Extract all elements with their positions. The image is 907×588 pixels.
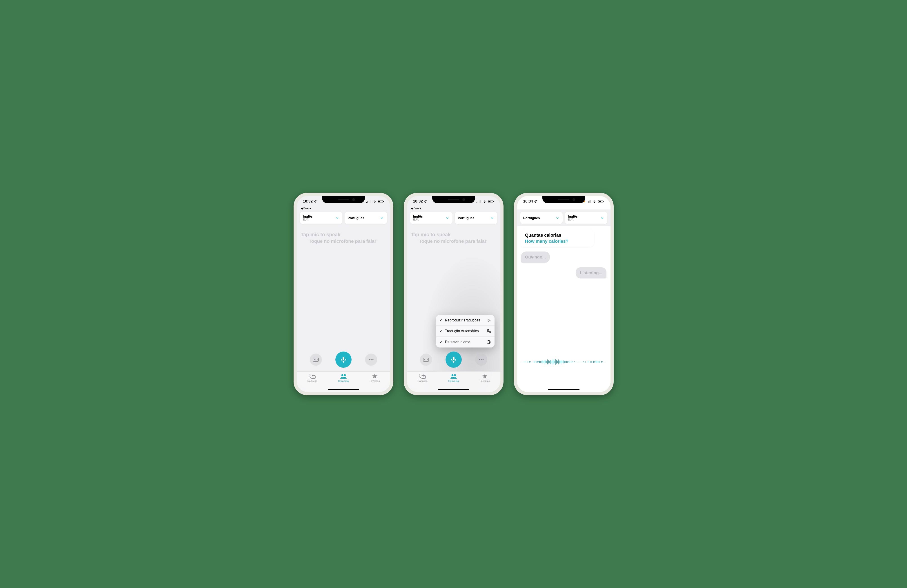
battery-icon bbox=[378, 200, 384, 203]
chevron-down-icon bbox=[335, 216, 339, 220]
tab-conversation[interactable]: Conversa bbox=[338, 373, 349, 382]
svg-rect-19 bbox=[476, 202, 477, 203]
source-language-name: Português bbox=[523, 216, 540, 220]
microphone-button[interactable] bbox=[445, 351, 462, 368]
tab-bar: A文 Tradução Conversa Favoritas bbox=[407, 371, 500, 392]
cellular-icon bbox=[587, 200, 591, 203]
globe-icon bbox=[486, 340, 491, 344]
microphone-button[interactable] bbox=[335, 351, 352, 368]
menu-item-detect-language[interactable]: ✓Detectar Idioma bbox=[436, 337, 495, 348]
back-to-search[interactable]: ◀ Busca bbox=[297, 207, 390, 210]
tab-label: Conversa bbox=[338, 380, 349, 382]
tab-favorites[interactable]: Favoritas bbox=[370, 373, 380, 382]
target-language-name: Português bbox=[458, 216, 474, 220]
status-time: 10:34 bbox=[523, 199, 533, 203]
microphone-icon bbox=[450, 356, 457, 363]
svg-point-38 bbox=[479, 359, 480, 360]
location-icon bbox=[424, 200, 427, 203]
svg-marker-26 bbox=[488, 319, 490, 322]
chevron-down-icon bbox=[380, 216, 384, 220]
hint-portuguese: Toque no microfone para falar bbox=[411, 239, 496, 244]
battery-icon bbox=[598, 200, 604, 203]
svg-rect-24 bbox=[489, 201, 490, 202]
iphone-frame: 10:32 ◀ Busca Inglês EUA Português bbox=[293, 193, 393, 395]
svg-point-9 bbox=[314, 359, 315, 360]
svg-point-10 bbox=[317, 359, 317, 360]
svg-point-14 bbox=[372, 359, 373, 360]
tab-conversation[interactable]: Conversa bbox=[448, 373, 459, 382]
side-by-side-button[interactable] bbox=[310, 354, 322, 366]
menu-item-play-translations[interactable]: ✓Reproduzir Traduções bbox=[436, 315, 495, 326]
svg-rect-45 bbox=[587, 202, 587, 203]
source-language-button[interactable]: Inglês EUA bbox=[300, 212, 342, 224]
target-language-button[interactable]: Inglês EUA bbox=[565, 212, 607, 224]
svg-rect-22 bbox=[480, 200, 481, 203]
source-text: Quantas calorias bbox=[525, 232, 591, 238]
target-language-button[interactable]: Português bbox=[455, 212, 497, 224]
tab-favorites[interactable]: Favoritas bbox=[480, 373, 490, 382]
controls-row bbox=[297, 351, 390, 368]
controls-row bbox=[407, 351, 500, 368]
home-indicator[interactable] bbox=[548, 389, 580, 390]
source-language-name: Inglês bbox=[303, 215, 312, 218]
svg-rect-6 bbox=[383, 201, 384, 202]
options-menu: ✓Reproduzir Traduções ✓Tradução Automáti… bbox=[436, 315, 495, 348]
location-icon bbox=[314, 200, 317, 203]
wifi-icon bbox=[482, 200, 486, 203]
translate-icon: A文 bbox=[419, 373, 426, 379]
source-language-button[interactable]: Português bbox=[520, 212, 562, 224]
source-language-sub: EUA bbox=[413, 218, 423, 221]
svg-point-17 bbox=[341, 374, 343, 376]
svg-rect-0 bbox=[366, 202, 367, 203]
more-button[interactable] bbox=[365, 354, 377, 366]
tab-label: Tradução bbox=[307, 380, 317, 382]
svg-point-12 bbox=[369, 359, 370, 360]
tab-translate[interactable]: A文 Tradução bbox=[417, 373, 428, 382]
home-indicator[interactable] bbox=[328, 389, 359, 390]
chevron-down-icon bbox=[555, 216, 559, 220]
svg-rect-20 bbox=[478, 201, 478, 203]
tab-label: Favoritas bbox=[370, 380, 380, 382]
menu-label: Detectar Idioma bbox=[445, 340, 471, 344]
battery-icon bbox=[488, 200, 494, 203]
side-by-side-button[interactable] bbox=[420, 354, 432, 366]
back-to-search[interactable]: ◀ Busca bbox=[407, 207, 500, 210]
translation-bubble[interactable]: Quantas calorias How many calories? bbox=[521, 229, 595, 247]
language-selector-row: Inglês EUA Português bbox=[407, 210, 500, 227]
more-button[interactable] bbox=[475, 354, 487, 366]
cellular-icon bbox=[476, 200, 481, 203]
home-indicator[interactable] bbox=[438, 389, 470, 390]
split-view-icon bbox=[423, 357, 429, 362]
source-language-button[interactable]: Inglês EUA bbox=[410, 212, 452, 224]
check-icon: ✓ bbox=[440, 329, 443, 333]
status-time: 10:32 bbox=[303, 199, 312, 203]
target-language-name: Português bbox=[348, 216, 364, 220]
notch bbox=[432, 196, 475, 203]
svg-point-43 bbox=[451, 374, 454, 376]
source-language-name: Inglês bbox=[413, 215, 423, 218]
translated-text: How many calories? bbox=[525, 239, 591, 244]
svg-rect-50 bbox=[599, 201, 601, 202]
wifi-icon bbox=[593, 200, 596, 203]
check-icon: ✓ bbox=[440, 318, 443, 322]
cellular-icon bbox=[366, 200, 371, 203]
menu-label: Tradução Automática bbox=[445, 329, 479, 333]
people-icon bbox=[340, 373, 347, 379]
tab-translate[interactable]: A文 Tradução bbox=[307, 373, 317, 382]
menu-item-auto-translate[interactable]: ✓Tradução Automática bbox=[436, 326, 495, 337]
target-language-sub: EUA bbox=[568, 218, 578, 221]
source-language-sub: EUA bbox=[303, 218, 312, 221]
screen: 10:32 ◀ Busca Inglês EUA Português bbox=[407, 196, 500, 392]
mic-gear-icon bbox=[486, 329, 491, 333]
split-view-icon bbox=[313, 357, 319, 362]
hint-english: Tap mic to speak bbox=[301, 231, 386, 239]
screen: 10:32 ◀ Busca Inglês EUA Português bbox=[297, 196, 390, 392]
star-icon bbox=[481, 373, 488, 379]
svg-text:A: A bbox=[311, 375, 312, 376]
svg-rect-1 bbox=[367, 201, 368, 203]
people-icon bbox=[450, 373, 457, 379]
audio-waveform bbox=[517, 356, 611, 367]
target-language-button[interactable]: Português bbox=[345, 212, 387, 224]
menu-label: Reproduzir Traduções bbox=[445, 318, 480, 322]
notch bbox=[542, 196, 585, 203]
